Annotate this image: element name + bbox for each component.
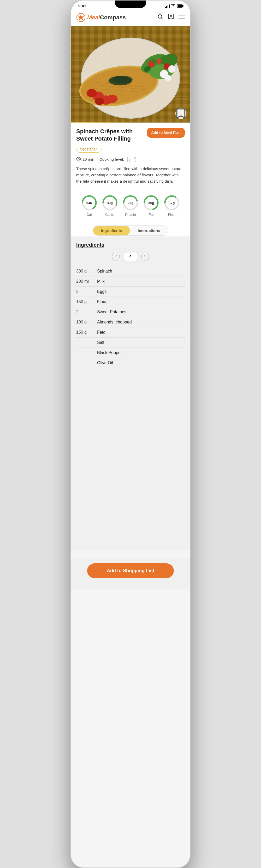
nutrition-label-protein: Protein bbox=[125, 213, 136, 217]
svg-point-40 bbox=[107, 95, 118, 103]
bookmark-nav-icon[interactable] bbox=[168, 13, 174, 22]
badge-row: Vegetarian bbox=[76, 146, 185, 153]
servings-decrease-button[interactable]: < bbox=[112, 253, 120, 260]
phone-frame: 9:41 bbox=[70, 0, 191, 868]
ingredient-name: Spinach bbox=[97, 269, 112, 274]
app-header: MealCompass bbox=[71, 10, 190, 26]
wifi-icon bbox=[171, 4, 175, 8]
svg-point-2 bbox=[80, 17, 82, 19]
svg-point-53 bbox=[168, 65, 176, 73]
nutrition-value-fiber: 17g bbox=[169, 201, 174, 205]
servings-input[interactable] bbox=[124, 252, 137, 261]
nutrition-circle-carbs: 33g bbox=[101, 194, 118, 211]
meta-row: 20 min Cooking level: 🍴 🍴 bbox=[76, 156, 185, 162]
svg-point-51 bbox=[156, 59, 162, 64]
content-area: Ingredients < > 300 g Spinach 200 ml Mil… bbox=[71, 237, 190, 550]
ingredient-amount bbox=[76, 350, 92, 355]
svg-point-41 bbox=[95, 98, 104, 105]
cooking-level-meta: Cooking level: 🍴 🍴 bbox=[99, 156, 138, 162]
nutrition-value-carbs: 33g bbox=[107, 201, 113, 205]
ingredient-row: 200 ml Milk bbox=[76, 276, 185, 287]
hero-bookmark-button[interactable] bbox=[175, 108, 186, 119]
time-value: 20 min bbox=[83, 157, 94, 161]
ingredient-name: Black Pepper bbox=[97, 350, 122, 355]
ingredient-row: Olive Oil bbox=[76, 358, 185, 368]
tab-ingredients[interactable]: Ingredients bbox=[93, 226, 130, 236]
nutrition-fiber: 17g Fiber bbox=[163, 194, 180, 217]
time-meta: 20 min bbox=[76, 157, 94, 161]
ingredient-row: 100 g Almonds, chopped bbox=[76, 317, 185, 328]
ingredient-name: Feta bbox=[97, 330, 105, 335]
ingredient-row: 150 g Feta bbox=[76, 328, 185, 338]
menu-icon[interactable] bbox=[178, 14, 185, 21]
nutrition-fat: 35g Fat bbox=[143, 194, 160, 217]
add-to-shopping-list-button[interactable]: Add to Shopping List bbox=[87, 563, 174, 578]
header-icons bbox=[157, 13, 185, 22]
svg-point-39 bbox=[87, 89, 97, 97]
svg-line-59 bbox=[78, 159, 79, 160]
fork-icon-1: 🍴 bbox=[126, 156, 131, 162]
notch bbox=[115, 1, 146, 8]
recipe-description: These spinach crêpes are filled with a d… bbox=[76, 166, 185, 184]
nutrition-label-fat: Fat bbox=[149, 213, 154, 217]
recipe-card: Spinach Crêpes with Sweet Potato Filling… bbox=[71, 123, 190, 236]
svg-point-43 bbox=[113, 76, 133, 83]
ingredient-name: Milk bbox=[97, 279, 104, 284]
ingredient-row: 150 g Flour bbox=[76, 297, 185, 307]
ingredient-name: Almonds, chopped bbox=[97, 320, 132, 324]
nutrition-value-cal: 546 bbox=[87, 201, 92, 205]
tabs-wrapper: Ingredients Instructions bbox=[93, 225, 168, 236]
add-meal-plan-button[interactable]: Add to Meal Plan bbox=[147, 128, 185, 138]
svg-point-5 bbox=[170, 16, 172, 17]
fork-icon-2: 🍴 bbox=[132, 156, 138, 162]
nutrition-value-fat: 35g bbox=[148, 201, 154, 205]
ingredient-amount: 300 g bbox=[76, 269, 92, 274]
svg-point-54 bbox=[165, 75, 171, 81]
ingredients-heading: Ingredients bbox=[76, 242, 185, 248]
ingredient-name: Olive Oil bbox=[97, 361, 113, 365]
cooking-level-label: Cooking level: bbox=[99, 157, 124, 161]
cooking-level-icons: 🍴 🍴 bbox=[126, 156, 138, 162]
ingredient-row: 300 g Spinach bbox=[76, 266, 185, 276]
logo-icon bbox=[76, 13, 86, 22]
nutrition-label-fiber: Fiber bbox=[168, 213, 176, 217]
nutrition-circle-cal: 546 bbox=[81, 194, 98, 211]
nutrition-cal: 546 Cal bbox=[81, 194, 98, 217]
hero-image bbox=[71, 26, 190, 123]
ingredient-amount: 150 g bbox=[76, 300, 92, 304]
ingredient-amount: 150 g bbox=[76, 330, 92, 335]
servings-increase-button[interactable]: > bbox=[141, 253, 149, 260]
shopping-btn-container: Add to Shopping List bbox=[71, 558, 190, 589]
status-icons bbox=[165, 4, 183, 8]
food-illustration bbox=[71, 26, 190, 123]
vegetarian-badge: Vegetarian bbox=[76, 146, 101, 153]
signal-icon bbox=[165, 4, 170, 8]
svg-line-4 bbox=[162, 18, 163, 19]
nutrition-protein: 23g Protein bbox=[122, 194, 139, 217]
nutrition-label-carbs: Carbs bbox=[105, 213, 114, 217]
nutrition-label-cal: Cal bbox=[87, 213, 92, 217]
ingredient-name: Eggs bbox=[97, 289, 106, 294]
logo-text: MealCompass bbox=[87, 14, 126, 21]
status-time: 9:41 bbox=[78, 4, 86, 8]
nutrition-row: 546 Cal 33g Carbs 23g Protein bbox=[76, 190, 185, 221]
status-bar: 9:41 bbox=[71, 1, 190, 10]
ingredient-name: Sweet Potatoes bbox=[97, 310, 126, 314]
ingredient-amount bbox=[76, 361, 92, 365]
nutrition-carbs: 33g Carbs bbox=[101, 194, 118, 217]
battery-icon bbox=[177, 4, 183, 7]
search-icon[interactable] bbox=[157, 13, 163, 22]
nutrition-value-protein: 23g bbox=[128, 201, 133, 205]
logo: MealCompass bbox=[76, 13, 126, 22]
ingredient-row: 2 Sweet Potatoes bbox=[76, 307, 185, 317]
ingredient-name: Salt bbox=[97, 340, 104, 345]
nutrition-circle-protein: 23g bbox=[122, 194, 139, 211]
nutrition-circle-fat: 35g bbox=[143, 194, 160, 211]
ingredient-amount: 3 bbox=[76, 289, 92, 294]
ingredient-name: Flour bbox=[97, 300, 106, 304]
nutrition-circle-fiber: 17g bbox=[163, 194, 180, 211]
ingredient-row: 3 Eggs bbox=[76, 287, 185, 297]
ingredients-list: 300 g Spinach 200 ml Milk 3 Eggs 150 g F… bbox=[76, 266, 185, 368]
tab-instructions[interactable]: Instructions bbox=[130, 226, 168, 236]
ingredient-row: Salt bbox=[76, 338, 185, 348]
